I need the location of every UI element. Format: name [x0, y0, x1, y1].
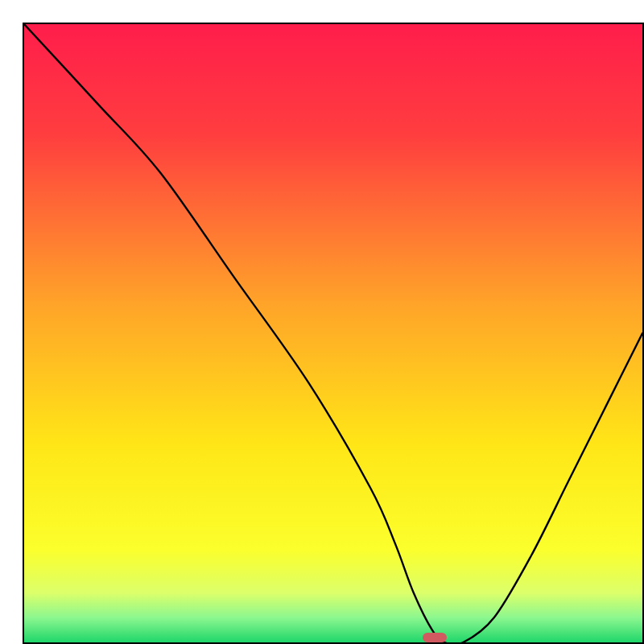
plot-area: TheBottleneck.com	[23, 23, 644, 644]
optimal-marker	[423, 633, 447, 642]
bottleneck-curve	[24, 24, 642, 642]
chart-frame: TheBottleneck.com	[0, 0, 644, 644]
